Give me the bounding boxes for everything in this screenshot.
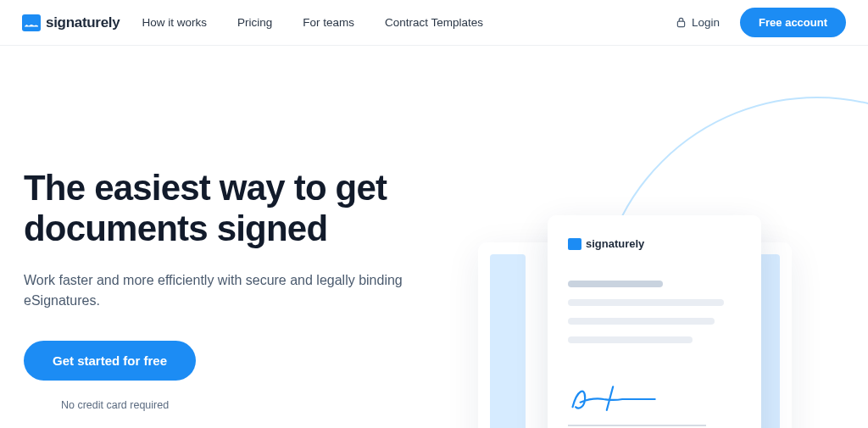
free-account-button[interactable]: Free account [740, 8, 846, 37]
login-link[interactable]: Login [676, 16, 720, 29]
svg-rect-0 [677, 21, 684, 26]
doc-placeholder-line [568, 299, 724, 306]
doc-brand-logo-icon [568, 238, 581, 250]
document-illustration: signaturely [478, 215, 817, 428]
hero-title: The easiest way to get documents signed [24, 168, 465, 250]
doc-brand-name: signaturely [586, 237, 644, 250]
nav-link-for-teams[interactable]: For teams [303, 16, 354, 29]
get-started-button[interactable]: Get started for free [24, 341, 196, 381]
signature-icon [568, 382, 661, 416]
doc-placeholder-line [568, 281, 663, 287]
nav-right: Login Free account [676, 8, 846, 37]
doc-back-stripe-left [490, 254, 526, 428]
brand-name: signaturely [46, 14, 120, 31]
nav-link-how-it-works[interactable]: How it works [142, 16, 207, 29]
signature-line [568, 425, 706, 426]
doc-brand-logo: signaturely [568, 237, 741, 250]
hero-title-line2: documents signed [24, 208, 327, 248]
doc-placeholder-line [568, 318, 715, 325]
nav-link-contract-templates[interactable]: Contract Templates [385, 16, 483, 29]
top-nav: signaturely How it works Pricing For tea… [0, 0, 868, 46]
document-front-card: signaturely [548, 215, 761, 428]
lock-icon [676, 17, 686, 28]
brand-logo[interactable]: signaturely [22, 14, 120, 31]
hero-section: The easiest way to get documents signed … [0, 46, 868, 428]
nav-link-pricing[interactable]: Pricing [237, 16, 272, 29]
signature-area [568, 382, 741, 426]
login-label: Login [692, 16, 720, 29]
hero-title-line1: The easiest way to get [24, 168, 387, 208]
hero-subtitle: Work faster and more efficiently with se… [24, 270, 414, 313]
brand-logo-icon [22, 14, 41, 31]
nav-links: How it works Pricing For teams Contract … [142, 16, 483, 29]
doc-placeholder-line [568, 336, 693, 343]
